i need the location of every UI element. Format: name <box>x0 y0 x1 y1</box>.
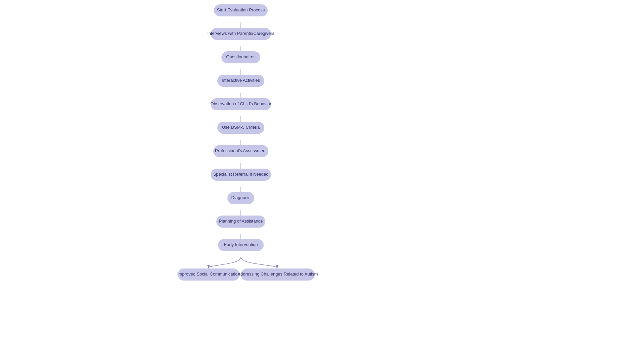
node-observation-label: Observation of Child's Behavior <box>210 101 271 106</box>
node-diagnosis-label: Diagnosis <box>231 195 251 200</box>
node-interviews-label: Interviews with Parents/Caregivers <box>207 31 275 36</box>
flowchart-container: Start Evaluation Process Interviews with… <box>0 0 644 362</box>
node-professional-label: Professional's Assessment <box>215 148 267 153</box>
node-challenges-label: Addressing Challenges Related to Autism <box>237 272 318 277</box>
node-questionnaires-label: Questionnaires <box>226 54 256 59</box>
node-planning-label: Planning of Assistance <box>219 219 263 224</box>
node-start-label: Start Evaluation Process <box>217 7 265 12</box>
node-specialist-label: Specialist Referral if Needed <box>213 172 269 177</box>
arrow-intervention-challenges <box>241 257 277 268</box>
node-social-label: Improved Social Communication <box>177 272 240 277</box>
node-intervention-label: Early Intervention <box>224 242 258 247</box>
node-interactive-label: Interactive Activities <box>222 78 260 83</box>
arrow-intervention-social <box>209 257 241 268</box>
node-dsm-label: Use DSM-5 Criteria <box>222 125 260 130</box>
